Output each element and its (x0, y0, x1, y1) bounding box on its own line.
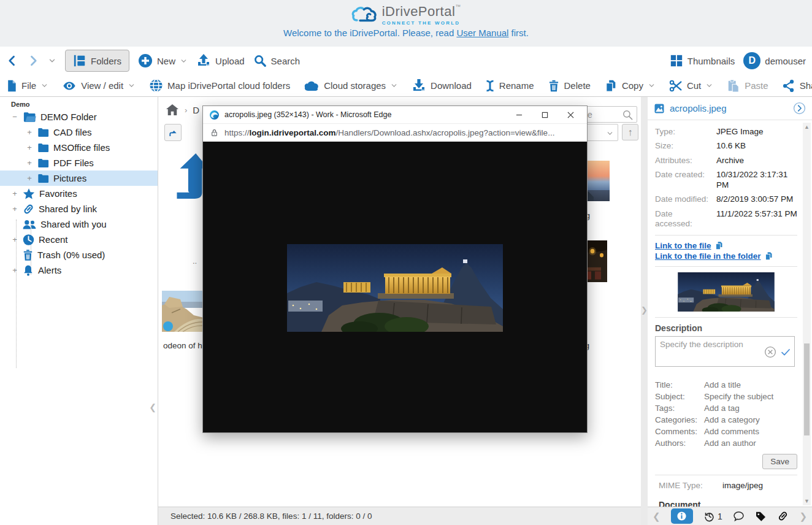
meta-placeholder[interactable]: Add an author (704, 439, 797, 448)
user-manual-link[interactable]: User Manual (456, 28, 508, 38)
copy-button[interactable]: Copy (604, 79, 656, 93)
tabs-next-icon[interactable]: ❯ (799, 511, 807, 522)
map-cloud-folders-button[interactable]: Map iDrivePortal cloud folders (149, 79, 290, 93)
meta-label: Tags: (655, 404, 704, 413)
window-title-bar[interactable]: acropolis.jpeg (352×143) - Work - Micros… (203, 106, 587, 123)
address-bar[interactable]: https://login.idriveportal.com/Handlers/… (203, 123, 587, 142)
share-button[interactable]: Share (782, 79, 812, 93)
meta-placeholder[interactable]: Add a category (704, 415, 797, 424)
meta-placeholder[interactable]: Add a tag (704, 404, 797, 413)
view-edit-button[interactable]: View / edit (62, 79, 136, 93)
close-icon (567, 112, 574, 118)
expand-icon[interactable]: + (26, 174, 33, 183)
new-button[interactable]: New (138, 53, 188, 68)
expand-icon[interactable]: + (11, 235, 18, 244)
meta-row: Authors:Add an author (655, 439, 797, 448)
tab-info[interactable] (671, 508, 693, 524)
splitter-collapse-handle[interactable]: ❯ (641, 305, 648, 315)
paste-button[interactable]: Paste (727, 79, 768, 93)
upload-button[interactable]: Upload (196, 53, 245, 68)
thumbnails-button[interactable]: Thumbnails (670, 54, 735, 67)
tree-item-label: Alerts (38, 265, 61, 275)
meta-placeholder[interactable]: Add comments (704, 427, 797, 436)
chevron-down-icon (128, 82, 136, 90)
back-icon[interactable] (6, 55, 18, 67)
detail-label: Attributes: (655, 156, 714, 166)
forward-icon[interactable] (27, 55, 39, 67)
sidebar-item-pdf-files[interactable]: + PDF Files (0, 155, 158, 171)
file-preview-thumbnail[interactable] (676, 272, 776, 312)
history-dropdown-icon[interactable] (48, 56, 56, 65)
meta-placeholder[interactable]: Specify the subject (704, 392, 797, 401)
scroll-to-top-button[interactable]: ↑ (622, 124, 638, 140)
paste-icon (727, 79, 740, 93)
expand-icon[interactable]: + (11, 189, 18, 198)
close-button[interactable] (560, 108, 581, 121)
tab-comments[interactable] (733, 510, 745, 522)
download-button[interactable]: Download (412, 79, 472, 93)
scissors-icon (669, 79, 683, 93)
detail-row: Attributes:Archive (655, 156, 797, 166)
folders-button[interactable]: Folders (65, 50, 129, 72)
maximize-button[interactable] (534, 108, 555, 121)
expand-icon[interactable]: + (26, 128, 33, 137)
sidebar-item-pictures[interactable]: + Pictures (0, 171, 158, 186)
parent-folder-button[interactable] (164, 124, 182, 141)
minimize-button[interactable] (508, 108, 529, 121)
tab-links[interactable] (777, 510, 789, 522)
details-tab-bar: ❮ 1 (648, 507, 812, 525)
sidebar-item-recent[interactable]: + Recent (0, 232, 158, 247)
scrollbar-thumb[interactable] (804, 343, 810, 435)
rename-button[interactable]: Rename (485, 79, 534, 93)
search-button[interactable]: Search (253, 54, 301, 67)
file-menu-button[interactable]: File (6, 80, 48, 92)
details-scrollbar[interactable]: ▲ ▼ (803, 123, 811, 505)
sidebar-item-favorites[interactable]: + Favorites (0, 186, 158, 201)
copy-icon (604, 79, 618, 93)
save-button[interactable]: Save (762, 454, 797, 469)
sidebar-collapse-handle[interactable]: ❮ (149, 402, 156, 412)
copy-link-icon[interactable] (764, 251, 773, 261)
search-icon[interactable] (622, 109, 634, 121)
parent-folder-label[interactable]: .. (193, 256, 197, 266)
scroll-down-icon[interactable]: ▼ (804, 498, 810, 504)
sidebar-item-demo-folder[interactable]: − DEMO Folder (0, 109, 158, 125)
copy-link-icon[interactable] (714, 241, 724, 250)
cut-label: Cut (687, 80, 701, 91)
edge-viewer-window[interactable]: acropolis.jpeg (352×143) - Work - Micros… (202, 105, 588, 433)
sidebar-item-shared-with-you[interactable]: Shared with you (0, 217, 158, 232)
delete-button[interactable]: Delete (548, 79, 591, 93)
link-to-file[interactable]: Link to the file (655, 241, 711, 250)
sidebar-item-alerts[interactable]: + Alerts (0, 262, 158, 278)
sidebar-item-shared-by-link[interactable]: + Shared by link (0, 201, 158, 217)
sidebar-item-msoffice-files[interactable]: + MSOffice files (0, 140, 158, 155)
expand-icon[interactable]: + (26, 143, 33, 152)
clear-description-icon[interactable] (764, 346, 776, 358)
expand-icon[interactable]: + (11, 204, 18, 213)
panel-splitter[interactable]: ❯ (641, 97, 648, 525)
divider (655, 266, 797, 267)
breadcrumb-folder-fragment[interactable]: D (193, 105, 199, 115)
open-folder-icon (22, 111, 37, 123)
tabs-prev-icon[interactable]: ❮ (653, 511, 661, 522)
sidebar-item-trash[interactable]: Trash (0% used) (0, 247, 158, 262)
scroll-up-icon[interactable]: ▲ (804, 124, 810, 130)
user-menu[interactable]: D demouser (743, 52, 806, 69)
collapse-icon[interactable]: − (11, 112, 18, 121)
link-to-file-in-folder[interactable]: Link to the file in the folder (655, 251, 761, 261)
divider (655, 475, 797, 475)
cloud-storages-button[interactable]: Cloud storages (304, 80, 398, 92)
detail-label: Type: (655, 127, 714, 137)
confirm-description-icon[interactable] (780, 347, 791, 357)
circle-chevron-right-icon[interactable] (793, 102, 806, 115)
tab-tags[interactable] (755, 510, 767, 522)
sidebar-item-cad-files[interactable]: + CAD files (0, 125, 158, 140)
home-icon[interactable] (166, 104, 179, 116)
cut-button[interactable]: Cut (669, 79, 713, 93)
expand-icon[interactable]: + (26, 158, 33, 167)
selection-indicator[interactable] (163, 321, 173, 331)
expand-icon[interactable]: + (11, 266, 18, 275)
tab-history[interactable]: 1 (703, 510, 722, 522)
meta-placeholder[interactable]: Add a title (704, 380, 797, 389)
star-icon (22, 188, 36, 200)
